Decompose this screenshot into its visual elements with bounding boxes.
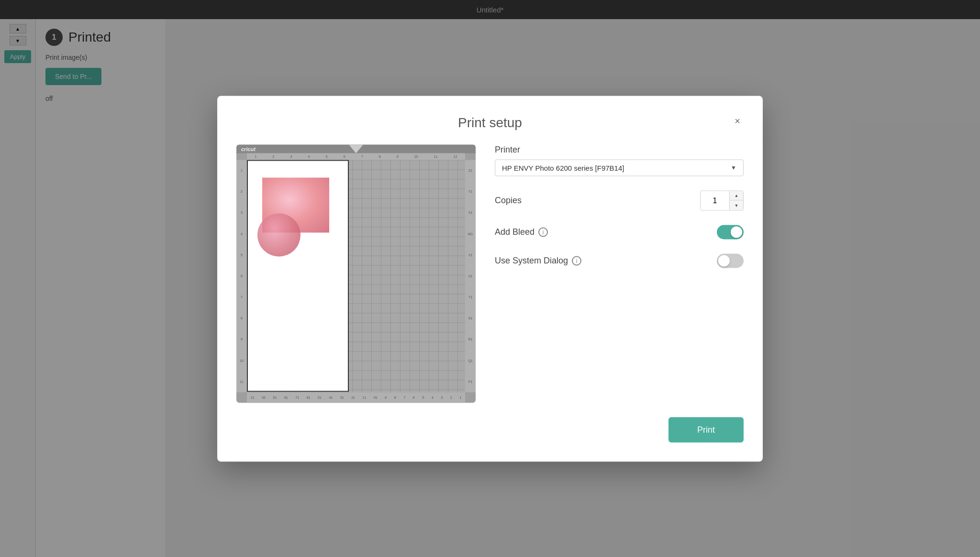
copies-row: Copies ▲ ▼ [495,190,744,210]
copies-increment-button[interactable]: ▲ [730,191,743,200]
close-button[interactable]: × [729,112,746,130]
printer-select[interactable]: HP ENVY Photo 6200 series [F97B14] ▼ [495,159,744,176]
mat-paper [247,160,349,392]
shape-circle [257,213,301,256]
mat-ruler-left: 12 34 56 78 910 11 [236,160,247,392]
mat-ruler-right: Z1Y1 X1W1 V1U1 T1S1 R1Q1 P1 [465,160,476,392]
add-bleed-label: Add Bleed i [495,227,548,237]
printer-label: Printer [495,144,520,154]
printer-select-value: HP ENVY Photo 6200 series [F97B14] [502,164,624,172]
use-system-dialog-toggle[interactable] [717,253,744,268]
copies-label: Copies [495,196,522,206]
use-system-dialog-info-icon[interactable]: i [572,256,581,265]
mat-preview: cricut 12 34 56 78 910 1112 12 34 56 78 [236,144,476,403]
use-system-dialog-label: Use System Dialog i [495,256,581,266]
modal-footer: Print [236,417,744,442]
use-system-dialog-row: Use System Dialog i [495,253,744,268]
printer-row: Printer [495,144,744,154]
toggle-knob-2 [718,255,730,266]
modal-body: cricut 12 34 56 78 910 1112 12 34 56 78 [236,144,744,403]
modal-header: Print setup × [236,115,744,130]
mat-ruler-top: 12 34 56 78 910 1112 [247,153,465,160]
add-bleed-toggle[interactable] [717,225,744,239]
chevron-down-icon: ▼ [731,164,736,171]
mat-ruler-bottom: 2102 6181 7161 5141 3121 1101 68 76 54 3… [247,392,465,403]
print-button[interactable]: Print [668,417,744,442]
copies-input-wrapper: ▲ ▼ [700,190,744,210]
mat-notch [349,144,363,153]
copies-decrement-button[interactable]: ▼ [730,200,743,210]
cricut-brand: cricut [241,146,256,152]
copies-steppers: ▲ ▼ [729,191,743,210]
printer-section: Printer HP ENVY Photo 6200 series [F97B1… [495,144,744,176]
add-bleed-info-icon[interactable]: i [538,227,548,237]
add-bleed-row: Add Bleed i [495,225,744,239]
toggle-knob [731,226,742,238]
copies-input[interactable] [701,191,729,210]
settings-panel: Printer HP ENVY Photo 6200 series [F97B1… [495,144,744,403]
modal-title: Print setup [236,115,744,130]
print-setup-modal: Print setup × cricut 12 34 56 78 910 111… [217,96,763,461]
